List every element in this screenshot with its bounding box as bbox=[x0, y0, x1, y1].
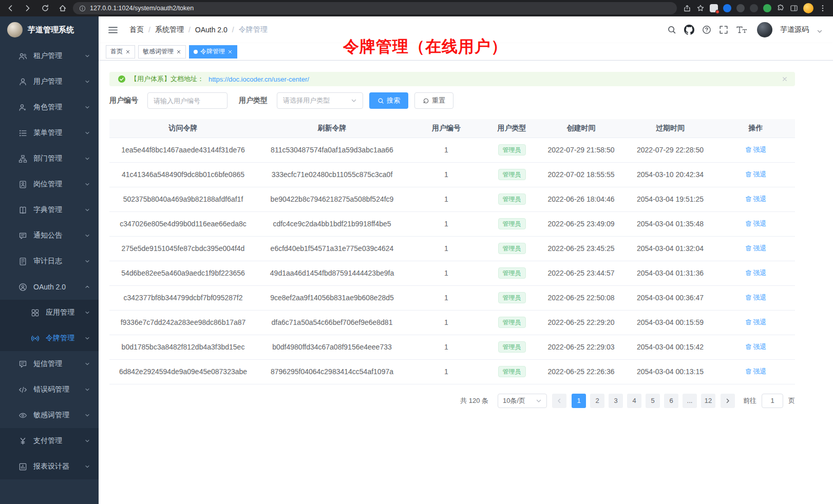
sidebar-item[interactable]: 支付管理 bbox=[0, 428, 99, 454]
tab-close-icon[interactable] bbox=[228, 49, 233, 54]
url-bar[interactable]: 127.0.0.1:1024/system/oauth2/token bbox=[73, 2, 677, 14]
user-type-cell: 管理员 bbox=[485, 285, 538, 310]
page-button[interactable]: 6 bbox=[664, 394, 678, 408]
tab[interactable]: 敏感词管理 bbox=[138, 45, 186, 59]
sidebar-item[interactable]: 敏感词管理 bbox=[0, 402, 99, 428]
share-icon[interactable] bbox=[683, 4, 691, 12]
force-logout-button[interactable]: 强退 bbox=[745, 318, 767, 327]
sidebar-item[interactable]: 角色管理 bbox=[0, 94, 99, 120]
doc-link[interactable]: https://doc.iocoder.cn/user-center/ bbox=[209, 75, 309, 83]
page-button[interactable]: 2 bbox=[590, 394, 604, 408]
font-size-icon[interactable] bbox=[736, 25, 747, 34]
github-icon[interactable] bbox=[684, 25, 694, 35]
oauth-icon bbox=[18, 283, 27, 292]
user-avatar[interactable] bbox=[757, 22, 772, 37]
browser-side-panel-icon[interactable] bbox=[790, 4, 798, 12]
next-page-button[interactable] bbox=[721, 394, 735, 408]
browser-back-icon[interactable] bbox=[6, 4, 14, 12]
user-type-cell: 管理员 bbox=[485, 211, 538, 236]
user-type-select[interactable]: 请选择用户类型 bbox=[277, 92, 363, 109]
sidebar-item[interactable]: 租户管理 bbox=[0, 43, 99, 69]
breadcrumb-item[interactable]: OAuth 2.0 bbox=[195, 26, 239, 34]
tab-close-icon[interactable] bbox=[125, 49, 130, 54]
page-button[interactable]: ... bbox=[683, 394, 697, 408]
page-size-select[interactable]: 10条/页 bbox=[498, 394, 547, 408]
browser-home-icon[interactable] bbox=[59, 4, 67, 12]
page-button[interactable]: 12 bbox=[701, 394, 715, 408]
extensions-puzzle-icon[interactable] bbox=[777, 4, 785, 12]
extension-dark2-icon[interactable] bbox=[750, 4, 758, 12]
sidebar-collapse-icon[interactable] bbox=[108, 26, 118, 34]
force-logout-button[interactable]: 强退 bbox=[745, 219, 767, 228]
breadcrumb-item[interactable]: 系统管理 bbox=[155, 25, 195, 34]
action-cell: 强退 bbox=[716, 211, 795, 236]
user-name[interactable]: 芋道源码 bbox=[780, 25, 809, 34]
user-caret-down-icon[interactable] bbox=[817, 28, 823, 34]
sidebar-item[interactable]: OAuth 2.0 bbox=[0, 274, 99, 300]
extension-dark-icon[interactable] bbox=[736, 4, 745, 12]
extension-green-icon[interactable] bbox=[763, 4, 771, 12]
breadcrumb-item[interactable]: 首页 bbox=[129, 25, 155, 34]
sidebar-item[interactable]: 报表设计器 bbox=[0, 454, 99, 479]
sidebar-item[interactable]: 通知公告 bbox=[0, 223, 99, 248]
sidebar-item[interactable]: 短信管理 bbox=[0, 351, 99, 377]
alert-close-icon[interactable] bbox=[782, 76, 788, 82]
access-token-cell: c342377bf8b344799dcbf7bf095287f2 bbox=[109, 285, 257, 310]
browser-menu-icon[interactable] bbox=[819, 4, 827, 12]
sidebar-item[interactable]: 部门管理 bbox=[0, 146, 99, 171]
sidebar-item[interactable]: 应用管理 bbox=[0, 300, 99, 325]
reset-button[interactable]: 重置 bbox=[414, 92, 453, 109]
user-type-tag: 管理员 bbox=[498, 218, 526, 229]
sidebar-item[interactable]: 用户管理 bbox=[0, 69, 99, 94]
app-logo[interactable]: 芋道管理系统 bbox=[0, 16, 99, 43]
sidebar-item[interactable]: 令牌管理 bbox=[0, 325, 99, 351]
extension-red-badge-icon[interactable] bbox=[710, 4, 718, 12]
browser-nav-buttons bbox=[6, 4, 67, 12]
prev-page-button[interactable] bbox=[552, 394, 566, 408]
search-icon[interactable] bbox=[667, 25, 676, 34]
force-logout-button[interactable]: 强退 bbox=[745, 342, 767, 352]
help-icon[interactable] bbox=[702, 25, 711, 34]
pagination: 共 120 条 10条/页 1 2 bbox=[109, 394, 795, 408]
refresh-token-cell: be90422b8c7946218275a508bf524fc9 bbox=[257, 187, 407, 211]
page-button[interactable]: 4 bbox=[627, 394, 641, 408]
sidebar-item[interactable]: 菜单管理 bbox=[0, 120, 99, 146]
browser-profile-avatar[interactable] bbox=[803, 3, 813, 13]
browser-reload-icon[interactable] bbox=[41, 4, 49, 12]
sidebar-item[interactable]: 审计日志 bbox=[0, 248, 99, 274]
sidebar-item[interactable]: 字典管理 bbox=[0, 197, 99, 223]
site-info-icon[interactable] bbox=[79, 5, 86, 12]
fullscreen-icon[interactable] bbox=[719, 25, 728, 34]
force-logout-button[interactable]: 强退 bbox=[745, 268, 767, 278]
post-icon bbox=[18, 180, 27, 189]
user-id-cell: 1 bbox=[407, 236, 485, 261]
force-logout-button[interactable]: 强退 bbox=[745, 195, 767, 204]
force-logout-button[interactable]: 强退 bbox=[745, 145, 767, 154]
tab[interactable]: 令牌管理 bbox=[189, 45, 237, 59]
page-button[interactable]: 5 bbox=[646, 394, 660, 408]
breadcrumb-item[interactable]: 令牌管理 bbox=[239, 25, 268, 34]
force-logout-button[interactable]: 强退 bbox=[745, 293, 767, 302]
user-id-input[interactable] bbox=[147, 92, 228, 109]
user-type-cell: 管理员 bbox=[485, 261, 538, 285]
success-check-icon bbox=[118, 75, 126, 83]
tenant-icon bbox=[18, 52, 27, 61]
sidebar-item[interactable]: 岗位管理 bbox=[0, 171, 99, 197]
force-logout-button[interactable]: 强退 bbox=[745, 170, 767, 179]
bookmark-star-icon[interactable] bbox=[696, 4, 705, 12]
tab[interactable]: 首页 bbox=[106, 45, 135, 59]
force-logout-button[interactable]: 强退 bbox=[745, 244, 767, 253]
sidebar-item[interactable]: 错误码管理 bbox=[0, 377, 99, 402]
force-logout-button[interactable]: 强退 bbox=[745, 367, 767, 376]
table-row: 1ea5e44f8bc1467aaede43144f31de76 811c530… bbox=[109, 138, 795, 162]
goto-page-input[interactable] bbox=[762, 394, 783, 408]
user-type-placeholder: 请选择用户类型 bbox=[283, 96, 330, 105]
search-button[interactable]: 搜索 bbox=[369, 92, 408, 109]
page-button[interactable]: 1 bbox=[572, 394, 586, 408]
extension-blue-icon[interactable] bbox=[723, 4, 731, 12]
browser-forward-icon[interactable] bbox=[24, 4, 32, 12]
page-button[interactable]: 3 bbox=[609, 394, 623, 408]
tab-close-icon[interactable] bbox=[176, 49, 181, 54]
sidebar-item-label: 部门管理 bbox=[33, 154, 62, 163]
user-type-tag: 管理员 bbox=[498, 193, 526, 205]
